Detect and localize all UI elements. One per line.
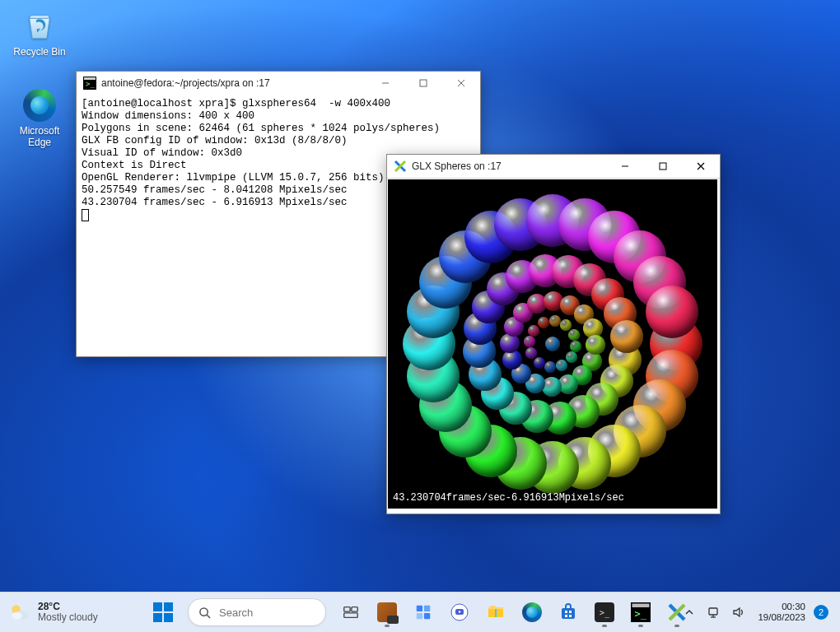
- edge-icon: [522, 602, 542, 622]
- close-button[interactable]: [442, 72, 480, 95]
- taskbar[interactable]: 28°C Mostly cloudy >_ >_: [0, 592, 840, 632]
- clock-time: 00:30: [758, 602, 805, 612]
- xpra-icon: [667, 602, 687, 622]
- glxspheres-title: GLX Spheres on :17: [412, 160, 606, 172]
- chat-icon: [450, 602, 469, 622]
- taskbar-app-terminal[interactable]: >_: [588, 596, 621, 629]
- svg-rect-34: [632, 604, 650, 608]
- widgets-icon: [414, 603, 432, 621]
- store-icon: [558, 602, 578, 622]
- svg-rect-36: [709, 608, 717, 615]
- notification-count: 2: [819, 607, 824, 617]
- desktop-icon-recycle-bin[interactable]: Recycle Bin: [8, 8, 71, 58]
- svg-point-25: [459, 611, 460, 612]
- taskbar-app-explorer[interactable]: [479, 596, 512, 629]
- taskbar-app-store[interactable]: [552, 596, 585, 629]
- start-button[interactable]: [147, 596, 180, 629]
- windows-logo-icon: [153, 602, 173, 622]
- terminal-title: antoine@fedora:~/projects/xpra on :17: [101, 77, 366, 89]
- folder-icon: [486, 602, 506, 622]
- network-icon: [707, 606, 721, 619]
- svg-rect-21: [417, 613, 422, 619]
- desktop[interactable]: Recycle Bin Microsoft Edge >_ antoine@fe…: [0, 0, 840, 632]
- tray-volume[interactable]: [728, 596, 749, 629]
- task-view-icon: [342, 603, 360, 621]
- desktop-icon-label: Microsoft Edge: [20, 125, 60, 148]
- glxspheres-window[interactable]: GLX Spheres on :17 43.230704frames/sec-6…: [386, 154, 721, 514]
- svg-rect-4: [420, 80, 427, 86]
- maximize-button[interactable]: [404, 72, 442, 95]
- taskbar-app-terminal-2[interactable]: >_: [624, 596, 657, 629]
- svg-rect-30: [569, 611, 572, 613]
- system-tray: 00:30 19/08/2023 2: [679, 596, 833, 629]
- taskbar-app-xpra[interactable]: [660, 596, 693, 629]
- minimize-button[interactable]: [606, 155, 644, 178]
- svg-rect-8: [660, 163, 666, 170]
- maximize-button[interactable]: [644, 155, 682, 178]
- svg-rect-16: [344, 607, 350, 612]
- glxspheres-titlebar[interactable]: GLX Spheres on :17: [387, 155, 720, 179]
- svg-rect-17: [352, 607, 357, 612]
- svg-rect-27: [495, 609, 497, 617]
- svg-rect-22: [424, 613, 430, 619]
- svg-rect-29: [565, 611, 567, 613]
- fps-overlay: 43.230704frames/sec-6.916913Mpixels/sec: [393, 492, 624, 504]
- svg-rect-19: [417, 606, 422, 611]
- notification-badge[interactable]: 2: [814, 605, 828, 620]
- svg-rect-31: [565, 615, 567, 617]
- taskbar-app-edge[interactable]: [516, 596, 548, 629]
- task-view-button[interactable]: [334, 596, 367, 629]
- svg-text:>_: >_: [86, 80, 95, 88]
- recycle-bin-icon: [22, 8, 57, 43]
- svg-rect-32: [569, 615, 572, 617]
- taskbar-app-widgets[interactable]: [407, 596, 440, 629]
- svg-rect-28: [562, 608, 575, 619]
- terminal-icon: >_: [631, 602, 651, 622]
- tray-network[interactable]: [703, 596, 725, 629]
- minimize-button[interactable]: [366, 72, 404, 95]
- weather-widget[interactable]: 28°C Mostly cloudy: [8, 601, 98, 624]
- xpra-app-icon: [394, 160, 407, 173]
- terminal-cursor: [82, 209, 89, 221]
- taskbar-search[interactable]: [188, 598, 326, 626]
- svg-point-13: [12, 612, 21, 620]
- desktop-icon-label: Recycle Bin: [13, 46, 65, 58]
- close-button[interactable]: [682, 155, 720, 178]
- terminal-icon: >_: [595, 602, 614, 622]
- app-icon: [377, 602, 397, 622]
- svg-point-14: [200, 607, 208, 615]
- clock-date: 19/08/2023: [758, 612, 805, 623]
- desktop-icon-edge[interactable]: Microsoft Edge: [8, 89, 71, 148]
- taskbar-app-1[interactable]: [371, 596, 404, 629]
- svg-rect-20: [424, 606, 430, 611]
- edge-icon: [23, 89, 56, 122]
- glxspheres-canvas: 43.230704frames/sec-6.916913Mpixels/sec: [388, 179, 717, 509]
- volume-icon: [732, 606, 745, 619]
- weather-desc: Mostly cloudy: [38, 612, 98, 623]
- search-icon: [198, 606, 211, 619]
- terminal-app-icon: >_: [83, 77, 96, 90]
- taskbar-app-chat[interactable]: [443, 596, 476, 629]
- svg-text:>_: >_: [635, 608, 647, 620]
- weather-icon: [8, 601, 31, 624]
- svg-rect-18: [344, 613, 358, 618]
- taskbar-clock[interactable]: 00:30 19/08/2023: [758, 602, 805, 623]
- search-input[interactable]: [217, 606, 295, 620]
- taskbar-center: >_ >_: [147, 596, 693, 629]
- terminal-titlebar[interactable]: >_ antoine@fedora:~/projects/xpra on :17: [77, 72, 480, 95]
- svg-line-15: [207, 615, 210, 618]
